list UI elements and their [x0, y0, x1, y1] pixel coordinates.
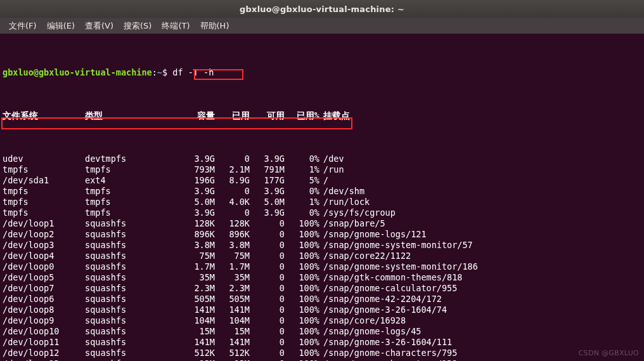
cell-pct: 1%: [285, 197, 319, 207]
df-header-row: 文件系统类型容量已用可用已用%挂载点: [3, 110, 641, 121]
cell-size: 141M: [180, 337, 215, 348]
menu-view[interactable]: 查看(V): [80, 20, 119, 32]
cell-size: 3.8M: [180, 240, 215, 251]
cell-used: 505M: [215, 294, 250, 305]
cell-used: 2.3M: [215, 283, 250, 294]
cell-type: devtmpfs: [85, 154, 180, 164]
cell-type: squashfs: [85, 272, 180, 283]
table-row: /dev/loop12squashfs512K512K0100%/snap/gn…: [3, 348, 641, 358]
prompt-line: gbxluo@gbxluo-virtual-machine:~$ df -T -…: [3, 67, 641, 78]
cell-mount: /snap/gnome-calculator/955: [319, 283, 457, 294]
cell-avail: 0: [250, 358, 285, 361]
cell-type: squashfs: [85, 305, 180, 315]
cell-size: 1.7M: [180, 261, 215, 272]
hdr-size: 容量: [180, 110, 215, 121]
cell-fs: /dev/sda1: [3, 175, 85, 186]
watermark: CSDN @GBXLUO: [579, 349, 639, 357]
cell-mount: /run: [319, 164, 344, 175]
table-row: /dev/loop6squashfs505M505M0100%/snap/gno…: [3, 294, 641, 305]
table-row: udevdevtmpfs3.9G03.9G0%/dev: [3, 154, 641, 164]
table-row: /dev/loop9squashfs104M104M0100%/snap/cor…: [3, 315, 641, 326]
cell-pct: 100%: [285, 218, 319, 229]
cell-mount: /snap/gnome-42-2204/172: [319, 294, 442, 305]
cell-avail: 0: [250, 251, 285, 261]
cell-type: squashfs: [85, 240, 180, 251]
cell-avail: 0: [250, 326, 285, 337]
cell-pct: 100%: [285, 229, 319, 240]
cell-pct: 100%: [285, 358, 319, 361]
cell-pct: 100%: [285, 261, 319, 272]
cell-size: 13M: [180, 358, 215, 361]
cell-type: squashfs: [85, 358, 180, 361]
cell-size: 141M: [180, 305, 215, 315]
cell-fs: /dev/loop3: [3, 240, 85, 251]
cell-mount: /snap/bare/5: [319, 218, 385, 229]
cell-mount: /dev: [319, 154, 344, 164]
cell-used: 4.0K: [215, 197, 250, 207]
cell-pct: 100%: [285, 272, 319, 283]
cell-used: 0: [215, 207, 250, 218]
cell-type: squashfs: [85, 218, 180, 229]
cell-mount: /snap/gnome-logs/121: [319, 229, 427, 240]
table-row: tmpfstmpfs3.9G03.9G0%/dev/shm: [3, 186, 641, 197]
cell-fs: tmpfs: [3, 207, 85, 218]
hdr-type: 类型: [85, 110, 180, 121]
cell-fs: tmpfs: [3, 197, 85, 207]
cell-fs: /dev/loop13: [3, 358, 85, 361]
cell-size: 896K: [180, 229, 215, 240]
menu-file[interactable]: 文件(F): [4, 20, 42, 32]
cell-pct: 0%: [285, 154, 319, 164]
menu-search[interactable]: 搜索(S): [119, 20, 157, 32]
menu-bar: 文件(F) 编辑(E) 查看(V) 搜索(S) 终端(T) 帮助(H): [0, 18, 644, 34]
cell-type: squashfs: [85, 337, 180, 348]
cell-pct: 5%: [285, 175, 319, 186]
prompt-dollar: $: [162, 67, 167, 78]
cell-used: 104M: [215, 315, 250, 326]
cell-type: squashfs: [85, 229, 180, 240]
cell-pct: 100%: [285, 240, 319, 251]
cell-type: squashfs: [85, 251, 180, 261]
cell-type: squashfs: [85, 283, 180, 294]
cell-pct: 100%: [285, 326, 319, 337]
cell-pct: 100%: [285, 305, 319, 315]
cell-used: 15M: [215, 326, 250, 337]
cell-type: tmpfs: [85, 164, 180, 175]
cell-size: 3.9G: [180, 154, 215, 164]
cell-fs: /dev/loop7: [3, 283, 85, 294]
cell-used: 75M: [215, 251, 250, 261]
cell-mount: /snap/gtk-common-themes/818: [319, 272, 462, 283]
window-title: gbxluo@gbxluo-virtual-machine: ~: [240, 4, 404, 14]
prompt-path: ~: [157, 67, 162, 78]
cell-size: 793M: [180, 164, 215, 175]
terminal-window: gbxluo@gbxluo-virtual-machine: ~ 文件(F) 编…: [0, 0, 644, 361]
hdr-mount: 挂载点: [319, 110, 350, 121]
cell-avail: 3.9G: [250, 186, 285, 197]
menu-edit[interactable]: 编辑(E): [42, 20, 80, 32]
cell-size: 15M: [180, 326, 215, 337]
menu-terminal[interactable]: 终端(T): [157, 20, 195, 32]
cell-fs: tmpfs: [3, 186, 85, 197]
cell-avail: 0: [250, 283, 285, 294]
cell-used: 2.1M: [215, 164, 250, 175]
cell-mount: /run/lock: [319, 197, 370, 207]
table-row: tmpfstmpfs5.0M4.0K5.0M1%/run/lock: [3, 197, 641, 207]
cell-type: squashfs: [85, 294, 180, 305]
cell-mount: /snap/gnome-3-26-1604/74: [319, 305, 447, 315]
menu-help[interactable]: 帮助(H): [195, 20, 235, 32]
cell-type: squashfs: [85, 261, 180, 272]
cell-mount: /snap/gnome-logs/45: [319, 326, 421, 337]
table-row: /dev/loop13squashfs13M13M0100%/snap/gnom…: [3, 358, 641, 361]
cell-mount: /snap/core/16928: [319, 315, 406, 326]
cell-size: 3.9G: [180, 207, 215, 218]
window-titlebar[interactable]: gbxluo@gbxluo-virtual-machine: ~: [0, 0, 644, 18]
cell-mount: /: [319, 175, 328, 186]
cell-avail: 3.9G: [250, 154, 285, 164]
cell-type: squashfs: [85, 315, 180, 326]
table-row: /dev/loop11squashfs141M141M0100%/snap/gn…: [3, 337, 641, 348]
cell-fs: /dev/loop10: [3, 326, 85, 337]
cell-avail: 0: [250, 272, 285, 283]
terminal-viewport[interactable]: gbxluo@gbxluo-virtual-machine:~$ df -T -…: [0, 34, 644, 361]
cell-size: 5.0M: [180, 197, 215, 207]
cell-size: 3.9G: [180, 186, 215, 197]
cell-used: 0: [215, 186, 250, 197]
